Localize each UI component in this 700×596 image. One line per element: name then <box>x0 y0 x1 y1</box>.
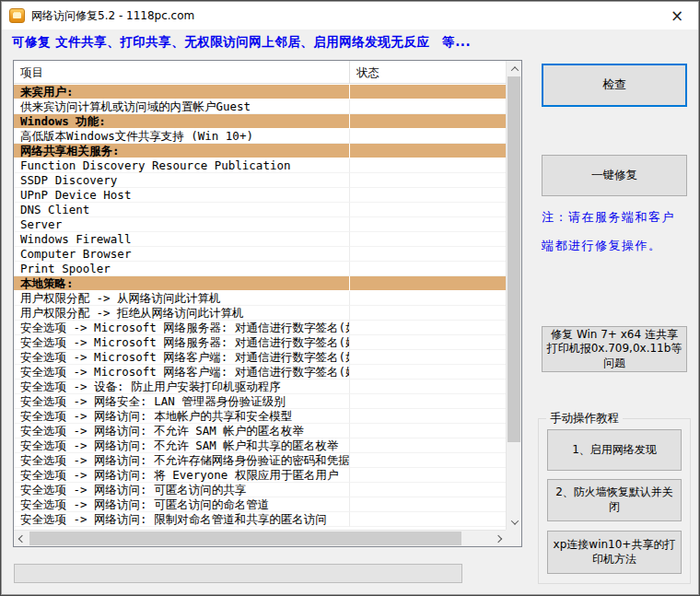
status-cell <box>350 350 506 365</box>
list-item-row[interactable]: 安全选项 -> Microsoft 网络客户端: 对通信进行数字签名(如... <box>14 350 506 365</box>
list-item-row[interactable]: 用户权限分配 -> 拒绝从网络访问此计算机 <box>14 306 506 321</box>
check-items-listview[interactable]: 项目 状态 来宾用户:供来宾访问计算机或访问域的内置帐户GuestWindows… <box>13 60 522 547</box>
item-cell: 安全选项 -> Microsoft 网络服务器: 对通信进行数字签名(始终) <box>14 335 350 350</box>
list-item-row[interactable]: 安全选项 -> Microsoft 网络服务器: 对通信进行数字签名(如... <box>14 321 506 335</box>
list-item-row[interactable]: 高低版本Windows文件共享支持 (Win 10+) <box>14 129 506 144</box>
column-header-item[interactable]: 项目 <box>14 61 350 83</box>
item-cell: 安全选项 -> 网络访问: 可匿名访问的共享 <box>14 483 350 497</box>
status-cell <box>350 468 506 483</box>
status-cell <box>350 247 506 262</box>
status-cell <box>350 453 506 468</box>
enable-network-discovery-button[interactable]: 1、启用网络发现 <box>547 429 682 471</box>
firewall-restore-default-button[interactable]: 2、防火墙恢复默认并关闭 <box>547 479 682 521</box>
repair-note-line2: 端都进行修复操作。 <box>542 231 696 260</box>
list-item-row[interactable]: Windows Firewall <box>14 232 506 247</box>
list-item-row[interactable]: 安全选项 -> 设备: 防止用户安装打印机驱动程序 <box>14 380 506 394</box>
vertical-scroll-thumb[interactable] <box>508 76 520 442</box>
status-cell <box>350 335 506 350</box>
scroll-up-icon[interactable] <box>507 61 522 76</box>
item-cell: 安全选项 -> 网络访问: 限制对命名管道和共享的匿名访问 <box>14 512 350 527</box>
status-cell <box>350 497 506 512</box>
one-click-fix-button[interactable]: 一键修复 <box>542 155 687 196</box>
list-item-row[interactable]: 供来宾访问计算机或访问域的内置帐户Guest <box>14 99 506 114</box>
status-cell <box>350 99 506 114</box>
status-cell <box>350 158 506 173</box>
item-cell: Server <box>14 217 350 232</box>
check-button[interactable]: 检查 <box>542 64 687 107</box>
list-item-row[interactable]: 安全选项 -> 网络访问: 不允许存储网络身份验证的密码和凭据 <box>14 453 506 468</box>
item-cell: 安全选项 -> 网络访问: 将 Everyone 权限应用于匿名用户 <box>14 468 350 483</box>
repair-note: 注：请在服务端和客户 端都进行修复操作。 <box>542 203 696 260</box>
item-cell: 安全选项 -> 设备: 防止用户安装打印机驱动程序 <box>14 380 350 394</box>
item-cell: 供来宾访问计算机或访问域的内置帐户Guest <box>14 99 350 114</box>
item-cell: Print Spooler <box>14 262 350 276</box>
status-cell <box>350 232 506 247</box>
status-cell <box>350 262 506 276</box>
item-cell: 安全选项 -> 网络安全: LAN 管理器身份验证级别 <box>14 394 350 409</box>
list-section-row[interactable]: 本地策略: <box>14 276 506 291</box>
item-cell: 安全选项 -> 网络访问: 本地帐户的共享和安全模型 <box>14 409 350 424</box>
list-item-row[interactable]: Server <box>14 217 506 232</box>
status-progress-panel <box>14 564 462 583</box>
list-item-row[interactable]: Function Discovery Resource Publication <box>14 158 506 173</box>
item-cell: 网络共享相关服务: <box>14 144 350 158</box>
status-cell <box>350 291 506 306</box>
horizontal-scrollbar[interactable] <box>14 530 506 546</box>
list-item-row[interactable]: 用户权限分配 -> 从网络访问此计算机 <box>14 291 506 306</box>
list-section-row[interactable]: Windows 功能: <box>14 114 506 129</box>
item-cell: Computer Browser <box>14 247 350 262</box>
vertical-scrollbar[interactable] <box>506 61 521 530</box>
status-cell <box>350 438 506 453</box>
list-header: 项目 状态 <box>14 61 506 84</box>
item-cell: 来宾用户: <box>14 85 350 99</box>
scroll-right-icon[interactable] <box>490 531 506 546</box>
scroll-left-icon[interactable] <box>14 531 29 546</box>
list-item-row[interactable]: 安全选项 -> 网络安全: LAN 管理器身份验证级别 <box>14 394 506 409</box>
list-item-row[interactable]: 安全选项 -> Microsoft 网络客户端: 对通信进行数字签名(始终) <box>14 365 506 380</box>
scroll-down-icon[interactable] <box>507 514 522 530</box>
item-cell: 安全选项 -> Microsoft 网络客户端: 对通信进行数字签名(始终) <box>14 365 350 380</box>
list-item-row[interactable]: 安全选项 -> Microsoft 网络服务器: 对通信进行数字签名(始终) <box>14 335 506 350</box>
status-cell <box>350 188 506 203</box>
item-cell: UPnP Device Host <box>14 188 350 203</box>
list-item-row[interactable]: 安全选项 -> 网络访问: 本地帐户的共享和安全模型 <box>14 409 506 424</box>
list-item-row[interactable]: DNS Client <box>14 203 506 217</box>
horizontal-scroll-thumb[interactable] <box>29 532 461 545</box>
item-cell: 安全选项 -> 网络访问: 不允许存储网络身份验证的密码和凭据 <box>14 453 350 468</box>
list-item-row[interactable]: 安全选项 -> 网络访问: 限制对命名管道和共享的匿名访问 <box>14 512 506 527</box>
item-cell: 安全选项 -> Microsoft 网络服务器: 对通信进行数字签名(如... <box>14 321 350 335</box>
titlebar: 网络访问修复5.2 - 1118pc.com × <box>2 2 698 29</box>
list-item-row[interactable]: Computer Browser <box>14 247 506 262</box>
status-cell <box>350 483 506 497</box>
scrollbar-corner <box>506 530 521 546</box>
item-cell: Function Discovery Resource Publication <box>14 158 350 173</box>
list-item-row[interactable]: 安全选项 -> 网络访问: 不允许 SAM 帐户和共享的匿名枚举 <box>14 438 506 453</box>
list-item-row[interactable]: UPnP Device Host <box>14 188 506 203</box>
status-cell <box>350 424 506 438</box>
status-cell <box>350 114 506 129</box>
list-section-row[interactable]: 网络共享相关服务: <box>14 144 506 158</box>
status-cell <box>350 173 506 188</box>
status-cell <box>350 203 506 217</box>
status-cell <box>350 129 506 144</box>
item-cell: Windows Firewall <box>14 232 350 247</box>
list-section-row[interactable]: 来宾用户: <box>14 85 506 99</box>
status-cell <box>350 321 506 335</box>
list-item-row[interactable]: 安全选项 -> 网络访问: 将 Everyone 权限应用于匿名用户 <box>14 468 506 483</box>
list-item-row[interactable]: 安全选项 -> 网络访问: 可匿名访问的共享 <box>14 483 506 497</box>
list-item-row[interactable]: 安全选项 -> 网络访问: 不允许 SAM 帐户的匿名枚举 <box>14 424 506 438</box>
app-icon <box>9 8 25 23</box>
status-cell <box>350 380 506 394</box>
item-cell: DNS Client <box>14 203 350 217</box>
status-cell <box>350 144 506 158</box>
xp-connect-win10-printer-button[interactable]: xp连接win10+共享的打印机方法 <box>547 531 682 574</box>
close-button[interactable]: × <box>656 2 698 29</box>
repair-note-line1: 注：请在服务端和客户 <box>542 203 696 231</box>
fix-win7-printer-button[interactable]: 修复 Win 7+ x64 连共享打印机报0x.709,0x.11b等问题 <box>542 326 687 372</box>
list-item-row[interactable]: Print Spooler <box>14 262 506 276</box>
list-item-row[interactable]: 安全选项 -> 网络访问: 可匿名访问的命名管道 <box>14 497 506 512</box>
list-item-row[interactable]: SSDP Discovery <box>14 173 506 188</box>
column-header-status[interactable]: 状态 <box>350 61 506 83</box>
status-cell <box>350 217 506 232</box>
window-title: 网络访问修复5.2 - 1118pc.com <box>31 8 194 24</box>
